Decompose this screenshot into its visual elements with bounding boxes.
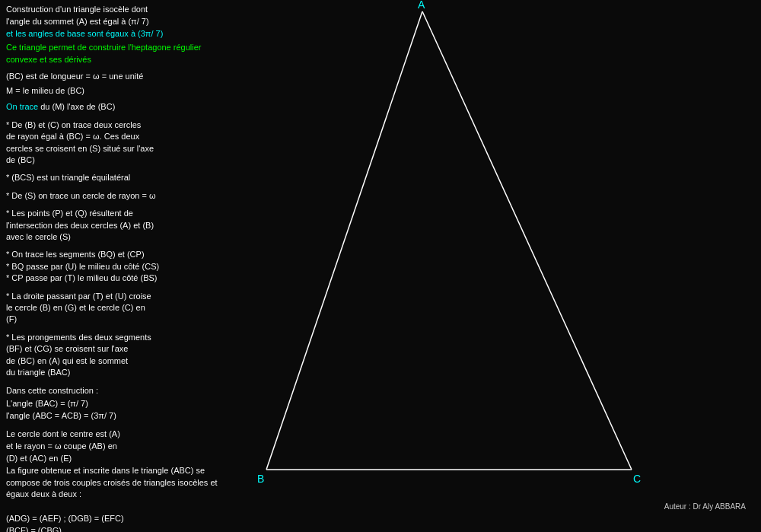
step-1: On trace du (M) l'axe de (BC)	[6, 101, 227, 113]
circle-description: Le cercle dont le centre est (A) et le r…	[6, 428, 227, 532]
text-panel: Construction d'un triangle isocèle dont …	[6, 4, 227, 532]
title-line1: Construction d'un triangle isocèle dont …	[6, 4, 227, 40]
subtitle: Ce triangle permet de construire l'hepta…	[6, 42, 227, 66]
label-a: A	[418, 0, 425, 11]
construction-block: Dans cette construction : L'angle (BAC) …	[6, 384, 227, 422]
step-7: * La droite passant par (T) et (U) crois…	[6, 291, 227, 326]
step-6: * On trace les segments (BQ) et (CP) * B…	[6, 249, 227, 284]
step-4: * De (S) on trace un cercle de rayon = ω	[6, 190, 227, 202]
line-ab	[266, 11, 422, 470]
author-label: Auteur : Dr Aly ABBARA	[664, 502, 746, 511]
label-c: C	[633, 473, 641, 485]
label-b: B	[257, 473, 264, 485]
m-info: M = le milieu de (BC)	[6, 85, 227, 97]
step-5: * Les points (P) et (Q) résultent de l'i…	[6, 208, 227, 243]
step-2: * De (B) et (C) on trace deux cercles de…	[6, 119, 227, 167]
step-3: * (BCS) est un triangle équilatéral	[6, 172, 227, 183]
step-8: * Les prongements des deux segments (BF)…	[6, 332, 227, 379]
line-ac	[422, 11, 632, 470]
bc-info: (BC) est de longueur = ω = une unité	[6, 71, 227, 82]
